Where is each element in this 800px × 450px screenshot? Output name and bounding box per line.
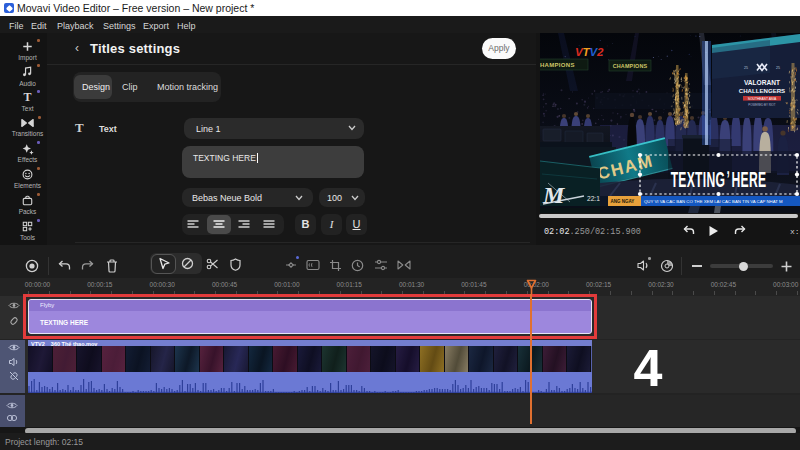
- svg-text:25: 25: [744, 66, 748, 70]
- svg-text:QUY VI VA CAC BAN CO THE XEM L: QUY VI VA CAC BAN CO THE XEM LAI CAC BAN…: [644, 199, 783, 204]
- svg-text:2: 2: [596, 46, 604, 58]
- svg-text:ANG NGAY: ANG NGAY: [611, 199, 635, 204]
- svg-text:VALORANT: VALORANT: [744, 79, 780, 86]
- svg-text:CHALLENGERS: CHALLENGERS: [739, 87, 785, 94]
- svg-text:TEXTING ʼ HERE: TEXTING ʼ HERE: [671, 167, 767, 192]
- svg-text:SOUTHEAST ASIA: SOUTHEAST ASIA: [748, 97, 777, 101]
- svg-text:CHAMPIONS: CHAMPIONS: [540, 62, 575, 68]
- svg-text:CHAMPIONS: CHAMPIONS: [613, 63, 648, 69]
- svg-text:25: 25: [776, 66, 780, 70]
- svg-text:POWERED BY RIOT: POWERED BY RIOT: [748, 103, 775, 107]
